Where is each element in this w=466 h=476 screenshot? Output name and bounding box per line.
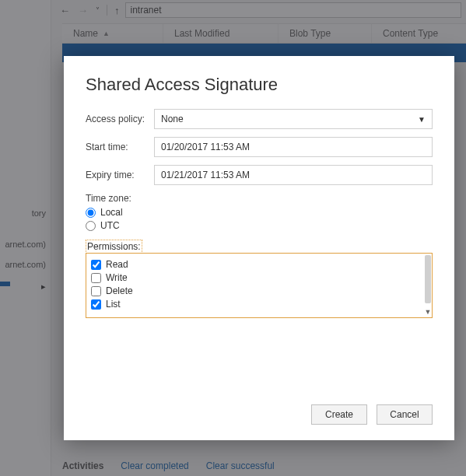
perm-list[interactable]: List — [91, 299, 427, 310]
scroll-down-icon[interactable]: ▼ — [424, 308, 432, 317]
checkbox-label: Write — [106, 272, 128, 283]
access-policy-label: Access policy: — [86, 114, 154, 124]
checkbox-label: Delete — [106, 285, 133, 296]
permissions-label: Permissions: — [86, 240, 142, 254]
checkbox-input[interactable] — [91, 299, 101, 310]
chevron-down-icon: ▼ — [418, 115, 426, 124]
select-value: None — [161, 114, 184, 124]
create-button[interactable]: Create — [311, 404, 367, 425]
cancel-button[interactable]: Cancel — [377, 404, 433, 425]
start-time-label: Start time: — [86, 142, 154, 152]
access-policy-select[interactable]: None ▼ — [154, 109, 433, 129]
expiry-time-input[interactable] — [154, 165, 433, 185]
tz-local-radio[interactable]: Local — [86, 207, 433, 218]
scrollbar-thumb[interactable] — [425, 255, 431, 303]
perm-delete[interactable]: Delete — [91, 285, 427, 296]
permissions-listbox: Read Write Delete List ▼ — [86, 253, 433, 318]
perm-read[interactable]: Read — [91, 259, 427, 270]
perm-write[interactable]: Write — [91, 272, 427, 283]
radio-input[interactable] — [86, 208, 96, 218]
sas-dialog: Shared Access Signature Access policy: N… — [64, 56, 454, 440]
time-zone-label: Time zone: — [86, 193, 433, 204]
checkbox-input[interactable] — [91, 286, 101, 296]
radio-label: Local — [100, 207, 123, 218]
radio-label: UTC — [100, 220, 120, 231]
checkbox-input[interactable] — [91, 273, 101, 283]
tz-utc-radio[interactable]: UTC — [86, 220, 433, 231]
radio-input[interactable] — [86, 221, 96, 231]
checkbox-label: List — [106, 299, 121, 310]
checkbox-label: Read — [106, 259, 128, 270]
checkbox-input[interactable] — [91, 260, 101, 270]
dialog-title: Shared Access Signature — [86, 75, 433, 95]
expiry-time-label: Expiry time: — [86, 170, 154, 180]
start-time-input[interactable] — [154, 137, 433, 157]
